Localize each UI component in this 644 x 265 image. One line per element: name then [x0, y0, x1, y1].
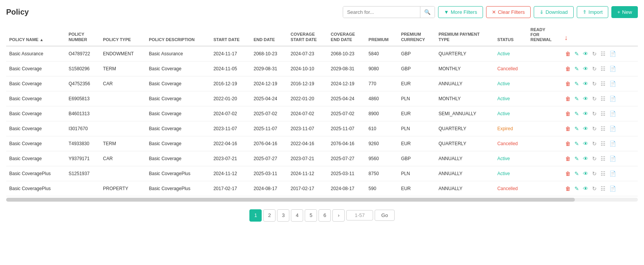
delete-button[interactable]: 🗑 — [564, 50, 571, 57]
refresh-button[interactable]: ↻ — [591, 185, 598, 192]
edit-button[interactable]: ✎ — [574, 50, 580, 57]
refresh-button[interactable]: ↻ — [591, 65, 598, 72]
refresh-button[interactable]: ↻ — [591, 95, 598, 102]
edit-button[interactable]: ✎ — [574, 140, 580, 147]
refresh-button[interactable]: ↻ — [591, 125, 598, 132]
columns-button[interactable]: ☷ — [600, 110, 606, 117]
header-actions: 🔍 ▼ More Filters ✕ Clear Filters ⇓ Downl… — [343, 6, 638, 18]
import-button[interactable]: ⇑ Import — [577, 6, 609, 18]
refresh-button[interactable]: ↻ — [591, 140, 598, 147]
page-btn-2[interactable]: 2 — [263, 209, 276, 222]
col-policy-number: POLICYNUMBER — [65, 24, 100, 46]
columns-button[interactable]: ☷ — [600, 155, 606, 162]
search-input[interactable] — [343, 7, 420, 18]
page-btn-3[interactable]: 3 — [277, 209, 289, 222]
cell-coverage-end-date: 2025-11-07 — [328, 121, 365, 136]
delete-button[interactable]: 🗑 — [564, 80, 571, 87]
export-button[interactable]: 📄 — [609, 185, 617, 192]
delete-button[interactable]: 🗑 — [564, 125, 571, 132]
view-button[interactable]: 👁 — [582, 50, 589, 57]
view-button[interactable]: 👁 — [582, 140, 589, 147]
cell-policy-name: Basic Coverage — [6, 121, 65, 136]
edit-button[interactable]: ✎ — [574, 185, 580, 192]
edit-button[interactable]: ✎ — [574, 80, 580, 87]
page-btn-1[interactable]: 1 — [249, 209, 262, 222]
col-policy-type: POLICY TYPE — [100, 24, 146, 46]
refresh-button[interactable]: ↻ — [591, 80, 598, 87]
go-button[interactable]: Go — [375, 210, 394, 221]
download-button[interactable]: ⇓ Download — [534, 6, 574, 18]
cell-end-date: 2025-11-07 — [251, 121, 287, 136]
col-policy-name[interactable]: POLICY NAME ▲ — [6, 24, 65, 46]
export-button[interactable]: 📄 — [609, 110, 617, 117]
export-button[interactable]: 📄 — [609, 140, 617, 147]
cell-premium-currency: EUR — [398, 106, 435, 121]
columns-button[interactable]: ☷ — [600, 50, 606, 57]
export-button[interactable]: 📄 — [609, 65, 617, 72]
columns-button[interactable]: ☷ — [600, 185, 606, 192]
edit-button[interactable]: ✎ — [574, 95, 580, 102]
search-button[interactable]: 🔍 — [420, 7, 435, 18]
export-button[interactable]: 📄 — [609, 155, 617, 162]
edit-button[interactable]: ✎ — [574, 155, 580, 162]
columns-button[interactable]: ☷ — [600, 170, 606, 177]
refresh-button[interactable]: ↻ — [591, 50, 598, 57]
delete-button[interactable]: 🗑 — [564, 170, 571, 177]
delete-button[interactable]: 🗑 — [564, 155, 571, 162]
more-filters-button[interactable]: ▼ More Filters — [438, 6, 483, 18]
edit-button[interactable]: ✎ — [574, 170, 580, 177]
next-page-button[interactable]: › — [332, 209, 345, 222]
cell-coverage-start-date: 2022-01-20 — [287, 91, 328, 106]
cell-premium-payment-type: ANNUALLY — [435, 76, 494, 91]
page-btn-5[interactable]: 5 — [305, 209, 317, 222]
edit-button[interactable]: ✎ — [574, 125, 580, 132]
edit-button[interactable]: ✎ — [574, 110, 580, 117]
columns-button[interactable]: ☷ — [600, 125, 606, 132]
horizontal-scrollbar[interactable] — [6, 198, 638, 202]
cell-ready-for-renewal — [527, 181, 561, 196]
columns-button[interactable]: ☷ — [600, 80, 606, 87]
view-button[interactable]: 👁 — [582, 80, 589, 87]
cell-end-date: 2025-07-27 — [251, 151, 287, 166]
view-button[interactable]: 👁 — [582, 65, 589, 72]
refresh-button[interactable]: ↻ — [591, 170, 598, 177]
page-btn-6[interactable]: 6 — [319, 209, 331, 222]
export-button[interactable]: 📄 — [609, 95, 617, 102]
cell-policy-type — [100, 91, 146, 106]
cell-coverage-end-date: 2025-07-27 — [328, 151, 365, 166]
delete-button[interactable]: 🗑 — [564, 140, 571, 147]
export-button[interactable]: 📄 — [609, 125, 617, 132]
view-button[interactable]: 👁 — [582, 125, 589, 132]
export-button[interactable]: 📄 — [609, 170, 617, 177]
cell-start-date: 2023-11-07 — [210, 121, 251, 136]
page-range-input[interactable] — [346, 210, 373, 220]
view-button[interactable]: 👁 — [582, 185, 589, 192]
delete-button[interactable]: 🗑 — [564, 110, 571, 117]
view-button[interactable]: 👁 — [582, 155, 589, 162]
cell-policy-description: Basic Coverage — [146, 76, 210, 91]
columns-button[interactable]: ☷ — [600, 140, 606, 147]
refresh-button[interactable]: ↻ — [591, 110, 598, 117]
export-button[interactable]: 📄 — [609, 80, 617, 87]
view-button[interactable]: 👁 — [582, 110, 589, 117]
edit-button[interactable]: ✎ — [574, 65, 580, 72]
table-row: Basic Coverage T4933830 TERM Basic Cover… — [6, 136, 638, 151]
refresh-button[interactable]: ↻ — [591, 155, 598, 162]
columns-button[interactable]: ☷ — [600, 65, 606, 72]
delete-button[interactable]: 🗑 — [564, 95, 571, 102]
cell-premium-payment-type: QUARTERLY — [435, 121, 494, 136]
cell-coverage-start-date: 2023-07-21 — [287, 151, 328, 166]
cell-premium: 9080 — [365, 61, 398, 76]
table-row: Basic Coverage B4601313 Basic Coverage 2… — [6, 106, 638, 121]
columns-button[interactable]: ☷ — [600, 95, 606, 102]
export-button[interactable]: 📄 — [609, 50, 617, 57]
view-button[interactable]: 👁 — [582, 170, 589, 177]
delete-button[interactable]: 🗑 — [564, 65, 571, 72]
page-btn-4[interactable]: 4 — [291, 209, 303, 222]
new-button[interactable]: + New — [611, 6, 638, 18]
view-button[interactable]: 👁 — [582, 95, 589, 102]
delete-button[interactable]: 🗑 — [564, 185, 571, 192]
cell-start-date: 2024-07-02 — [210, 106, 251, 121]
clear-filters-button[interactable]: ✕ Clear Filters — [486, 6, 531, 18]
cell-policy-name: Basic Coverage — [6, 61, 65, 76]
